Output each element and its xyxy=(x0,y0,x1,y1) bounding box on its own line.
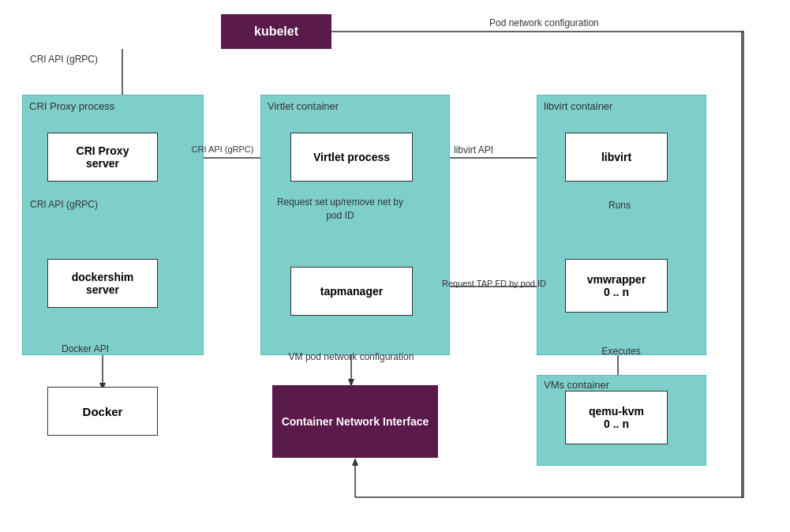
qemu-kvm-box: qemu-kvm0 .. n xyxy=(565,391,668,444)
kubelet-box: kubelet xyxy=(221,14,331,49)
dockershim-server-label: dockershimserver xyxy=(72,271,134,296)
libvirt-label: libvirt xyxy=(601,151,631,163)
pod-network-config-label: Pod network configuration xyxy=(489,17,647,28)
executes-label: Executes xyxy=(593,346,649,357)
vms-panel-label: VMs container xyxy=(544,379,609,391)
svg-marker-4 xyxy=(352,458,358,466)
tapmanager-label: tapmanager xyxy=(320,285,383,298)
vmwrapper-label: vmwrapper0 .. n xyxy=(587,273,646,298)
cri-proxy-panel-label: CRI Proxy process xyxy=(29,100,114,112)
vmwrapper-box: vmwrapper0 .. n xyxy=(565,259,668,313)
architecture-diagram: kubelet Pod network configuration CRI AP… xyxy=(0,0,790,532)
cri-api-right-label: CRI API (gRPC) xyxy=(159,144,286,154)
svg-rect-0 xyxy=(742,32,743,497)
request-setup-label: Request set up/remove net by pod ID xyxy=(273,196,407,223)
docker-api-label: Docker API xyxy=(62,343,140,354)
cri-api-top-label: CRI API (gRPC) xyxy=(30,54,125,65)
cri-proxy-server-box: CRI Proxyserver xyxy=(47,133,158,182)
runs-label: Runs xyxy=(596,200,643,211)
request-tap-label: Request TAP FD by pod ID xyxy=(439,278,549,290)
qemu-kvm-label: qemu-kvm0 .. n xyxy=(589,405,644,430)
libvirt-box: libvirt xyxy=(565,133,668,182)
libvirt-panel-label: libvirt container xyxy=(544,100,612,112)
virtlet-process-label: Virtlet process xyxy=(313,151,390,163)
dockershim-server-box: dockershimserver xyxy=(47,259,158,308)
kubelet-label: kubelet xyxy=(254,24,298,39)
docker-box: Docker xyxy=(47,387,158,436)
cni-label: Container Network Interface xyxy=(282,415,429,428)
libvirt-api-label: libvirt API xyxy=(418,144,529,155)
vm-pod-net-label: VM pod network configuration xyxy=(260,351,442,362)
virtlet-panel-label: Virtlet container xyxy=(268,100,339,112)
cri-proxy-server-label: CRI Proxyserver xyxy=(77,144,129,170)
tapmanager-box: tapmanager xyxy=(290,267,413,316)
docker-label: Docker xyxy=(83,405,123,418)
cri-api-proxy-label: CRI API (gRPC) xyxy=(30,199,125,210)
virtlet-process-box: Virtlet process xyxy=(290,133,413,182)
cni-box: Container Network Interface xyxy=(272,385,438,458)
